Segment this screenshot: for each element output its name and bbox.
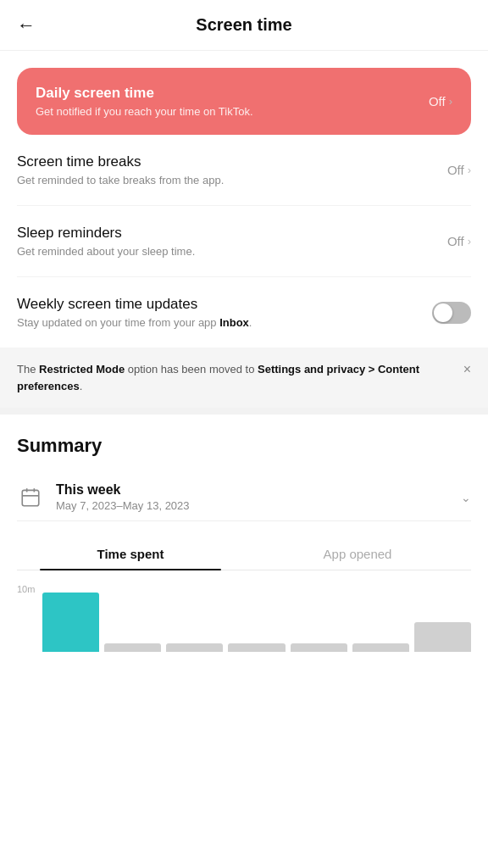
weekly-updates-title: Weekly screen time updates [17, 296, 252, 313]
bar-2 [166, 643, 223, 652]
section-divider [0, 408, 488, 415]
weekly-updates-text: Weekly screen time updates Stay updated … [17, 296, 252, 329]
daily-screen-time-card[interactable]: Daily screen time Get notified if you re… [17, 68, 471, 135]
tab-app-opened[interactable]: App opened [244, 538, 471, 570]
weekly-updates-toggle-area [432, 302, 471, 324]
sleep-reminders-subtitle: Get reminded about your sleep time. [17, 245, 195, 258]
screen-time-breaks-status: Off › [447, 163, 471, 177]
weekly-updates-subtitle: Stay updated on your time from your app … [17, 316, 252, 329]
bar-0 [42, 593, 99, 652]
daily-card-text: Daily screen time Get notified if you re… [36, 85, 253, 118]
notice-close-button[interactable]: × [463, 362, 471, 377]
toggle-thumb [434, 303, 452, 322]
screen-time-breaks-subtitle: Get reminded to take breaks from the app… [17, 174, 224, 186]
summary-section: Summary This week May 7, 2023–May 13, 20… [0, 415, 488, 669]
calendar-icon [17, 484, 44, 511]
week-selector-left: This week May 7, 2023–May 13, 2023 [17, 482, 190, 512]
sleep-reminders-text: Sleep reminders Get reminded about your … [17, 225, 195, 258]
daily-card-subtitle: Get notified if you reach your time on T… [36, 105, 253, 118]
sleep-reminders-chevron: › [468, 235, 471, 248]
daily-card-status: Off › [429, 94, 452, 108]
weekly-updates-toggle[interactable] [432, 302, 471, 324]
screen-time-breaks-title: Screen time breaks [17, 153, 224, 170]
svg-rect-0 [22, 490, 39, 505]
sleep-reminders-title: Sleep reminders [17, 225, 195, 242]
week-selector-chevron: ⌄ [461, 491, 471, 504]
settings-list: Daily screen time Get notified if you re… [0, 68, 488, 348]
week-label: This week [56, 482, 190, 498]
screen-time-breaks-chevron: › [468, 164, 471, 176]
tab-time-spent[interactable]: Time spent [17, 538, 244, 570]
bar-4 [291, 643, 347, 652]
bar-6 [414, 622, 471, 652]
screen-time-header: ← Screen time [0, 0, 488, 51]
bar-5 [352, 643, 409, 652]
notice-text: The Restricted Mode option has been move… [17, 361, 453, 394]
summary-title: Summary [17, 435, 471, 457]
sleep-reminders-status: Off › [447, 234, 471, 248]
screen-time-breaks-row[interactable]: Screen time breaks Get reminded to take … [17, 135, 471, 206]
page-title: Screen time [196, 15, 291, 35]
bars-container [17, 584, 471, 652]
bar-3 [228, 643, 285, 652]
weekly-updates-row: Weekly screen time updates Stay updated … [17, 277, 471, 348]
daily-card-chevron: › [449, 95, 452, 108]
back-button[interactable]: ← [17, 14, 36, 36]
screen-time-breaks-text: Screen time breaks Get reminded to take … [17, 153, 224, 186]
summary-tabs: Time spent App opened [17, 538, 471, 570]
notice-banner: The Restricted Mode option has been move… [0, 348, 488, 408]
chart-area: 10m [17, 584, 471, 669]
sleep-reminders-row[interactable]: Sleep reminders Get reminded about your … [17, 206, 471, 277]
week-range: May 7, 2023–May 13, 2023 [56, 499, 190, 512]
bar-1 [104, 643, 161, 652]
daily-card-title: Daily screen time [36, 85, 253, 102]
chart-y-label: 10m [17, 584, 35, 594]
week-selector[interactable]: This week May 7, 2023–May 13, 2023 ⌄ [17, 474, 471, 521]
week-info: This week May 7, 2023–May 13, 2023 [56, 482, 190, 512]
